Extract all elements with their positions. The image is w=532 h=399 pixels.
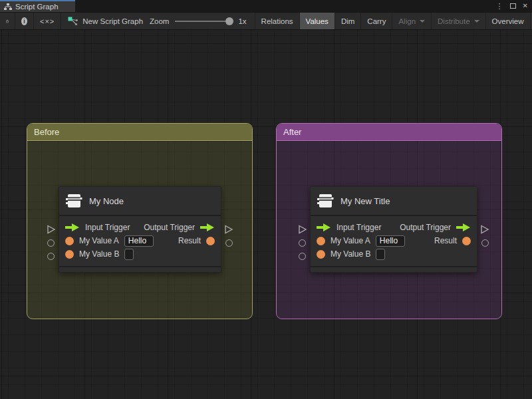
unit-node-icon [65, 192, 82, 209]
value-a-input[interactable] [376, 235, 405, 247]
info-button[interactable]: i [15, 13, 34, 29]
flow-input-arrow-icon[interactable] [317, 223, 331, 231]
close-icon[interactable]: ✕ [523, 3, 528, 9]
graph-toolbar: i <×> New Script Graph Zoom 1x Relations… [0, 12, 532, 30]
align-dropdown[interactable]: Align [392, 13, 431, 29]
port-label: My Value A [331, 236, 370, 245]
graph-canvas[interactable]: Before After My Node [0, 30, 532, 399]
zoom-slider[interactable] [175, 21, 232, 22]
carry-button[interactable]: Carry [360, 13, 392, 29]
unit-node-icon [317, 192, 334, 209]
port-label: My Value B [331, 249, 370, 259]
group-before-header[interactable]: Before [27, 124, 252, 141]
node-title: My New Title [340, 196, 390, 206]
tab-bar: Script Graph ⋮ ✕ [0, 0, 532, 12]
node-footer [311, 266, 477, 272]
external-flow-input-port[interactable] [298, 225, 307, 234]
group-label: After [283, 127, 301, 137]
port-label: Input Trigger [85, 223, 130, 232]
value-row: My Value B [63, 247, 217, 261]
flow-output-arrow-icon[interactable] [456, 223, 471, 231]
chevron-down-icon [474, 20, 479, 23]
external-value-port[interactable] [47, 253, 55, 260]
script-graph-window: Script Graph ⋮ ✕ i <×> [0, 0, 532, 399]
group-label: Before [34, 127, 59, 137]
value-port-icon[interactable] [317, 250, 325, 259]
node-footer [59, 266, 221, 272]
graph-name-label: New Script Graph [82, 17, 143, 25]
external-flow-input-port[interactable] [47, 225, 56, 234]
window-menu-icon[interactable]: ⋮ [496, 3, 503, 10]
relations-button[interactable]: Relations [255, 13, 299, 29]
node-header[interactable]: My New Title [311, 187, 477, 216]
external-value-port[interactable] [225, 239, 233, 247]
distribute-dropdown[interactable]: Distribute [431, 13, 485, 29]
port-label: My Value A [79, 236, 119, 245]
value-port-icon[interactable] [317, 237, 325, 245]
overview-button[interactable]: Overview [485, 13, 530, 29]
zoom-control: Zoom 1x [150, 13, 255, 29]
flow-row: Input Trigger Output Trigger [63, 221, 217, 234]
lock-button[interactable] [0, 13, 15, 29]
port-label: Result [178, 236, 201, 245]
code-icon: <×> [40, 17, 55, 25]
info-icon: i [21, 17, 27, 25]
zoom-slider-handle[interactable] [225, 17, 233, 25]
graph-breadcrumb[interactable]: New Script Graph [61, 13, 150, 29]
external-value-port[interactable] [299, 253, 306, 260]
toolbar-buttons: Relations Values Dim Carry Align Distrib… [255, 13, 532, 29]
node-header[interactable]: My Node [59, 187, 221, 216]
value-row: My Value A Result [63, 234, 217, 247]
port-label: Output Trigger [144, 223, 195, 232]
zoom-label: Zoom [150, 17, 169, 25]
fullscreen-button[interactable]: Full Scr [530, 13, 532, 29]
value-a-input[interactable] [124, 235, 154, 247]
external-flow-output-port[interactable] [224, 225, 233, 234]
port-label: Output Trigger [400, 223, 451, 232]
external-value-port[interactable] [47, 239, 55, 247]
node-my-new-title[interactable]: My New Title Input Trigger Output Trigge… [310, 186, 477, 273]
tab-title: Script Graph [15, 3, 59, 11]
value-port-icon[interactable] [65, 250, 74, 259]
port-label: Input Trigger [336, 223, 381, 232]
value-port-icon[interactable] [462, 237, 471, 245]
node-my-node[interactable]: My Node Input Trigger Output Trigger [59, 186, 221, 273]
node-body: Input Trigger Output Trigger My Value A [311, 216, 477, 266]
value-row: My Value A Result [315, 234, 473, 247]
zoom-value: 1x [238, 17, 246, 25]
external-flow-output-port[interactable] [480, 225, 489, 234]
external-value-port[interactable] [299, 239, 306, 247]
graph-hierarchy-icon [4, 3, 12, 11]
node-body: Input Trigger Output Trigger My Value A [59, 216, 221, 266]
window-controls: ⋮ ✕ [496, 0, 528, 12]
value-port-icon[interactable] [206, 237, 215, 245]
dim-button[interactable]: Dim [334, 13, 360, 29]
maximize-icon[interactable] [510, 3, 516, 9]
tab-script-graph[interactable]: Script Graph [0, 0, 75, 12]
flow-row: Input Trigger Output Trigger [315, 221, 473, 234]
group-after-header[interactable]: After [277, 124, 501, 141]
value-port-icon[interactable] [65, 237, 74, 245]
value-row: My Value B [315, 247, 473, 261]
lock-icon [6, 17, 9, 25]
value-b-input[interactable] [124, 249, 134, 260]
port-label: My Value B [79, 249, 119, 259]
script-graph-asset-icon [68, 17, 78, 26]
value-b-input[interactable] [376, 249, 385, 260]
node-title: My Node [89, 196, 124, 206]
chevron-down-icon [420, 20, 425, 23]
external-value-port[interactable] [481, 239, 489, 247]
values-button[interactable]: Values [299, 13, 334, 29]
flow-input-arrow-icon[interactable] [65, 223, 80, 231]
edit-script-button[interactable]: <×> [34, 13, 61, 29]
port-label: Result [434, 236, 457, 245]
flow-output-arrow-icon[interactable] [200, 223, 215, 231]
